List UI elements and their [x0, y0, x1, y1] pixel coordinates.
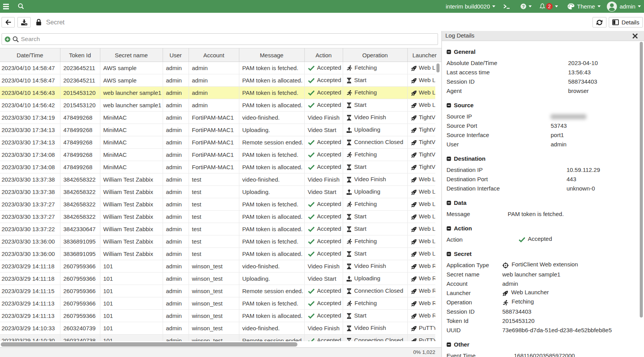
svg-text:?: ?	[522, 4, 525, 9]
